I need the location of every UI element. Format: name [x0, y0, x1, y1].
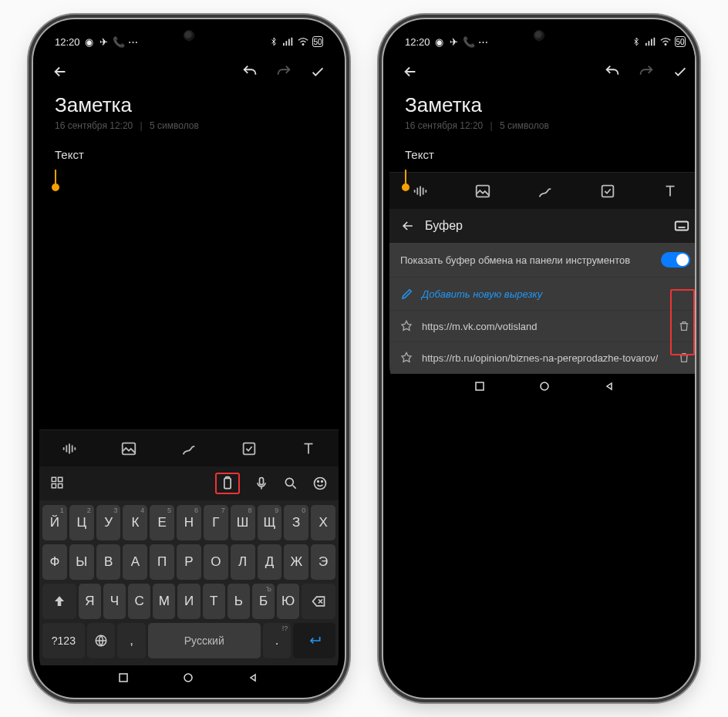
back-icon[interactable] [402, 63, 419, 80]
comma-key[interactable]: , [117, 623, 146, 658]
redo-icon[interactable] [275, 63, 292, 80]
svg-rect-1 [286, 41, 288, 45]
nav-recent-icon[interactable] [475, 382, 486, 392]
keyboard-toggle-icon[interactable] [673, 217, 690, 234]
key-Ц[interactable]: Ц2 [69, 505, 94, 540]
key-Ш[interactable]: Ш8 [231, 505, 255, 540]
checklist-icon[interactable] [241, 440, 258, 457]
clipboard-toggle-label: Показать буфер обмена на панели инструме… [400, 254, 661, 266]
key-Д[interactable]: Д [258, 544, 282, 580]
key-Т[interactable]: Т [203, 584, 225, 619]
key-Н[interactable]: Н6 [177, 505, 201, 540]
image-icon[interactable] [474, 183, 491, 200]
key-Х[interactable]: Х [311, 505, 335, 540]
nav-bar [389, 374, 695, 400]
space-key[interactable]: Русский [148, 623, 261, 658]
delete-icon[interactable] [678, 320, 690, 332]
key-Г[interactable]: Г7 [204, 505, 228, 540]
backspace-key[interactable] [302, 584, 335, 619]
nav-bar [39, 665, 339, 692]
clipboard-button-highlighted[interactable] [215, 473, 240, 494]
delete-icon[interactable] [678, 352, 690, 364]
undo-icon[interactable] [241, 63, 258, 80]
search-icon[interactable] [283, 476, 298, 491]
voice-wave-icon[interactable] [61, 440, 78, 457]
clipboard-panel: Показать буфер обмена на панели инструме… [389, 243, 695, 374]
svg-rect-27 [676, 222, 689, 231]
undo-icon[interactable] [604, 63, 621, 80]
enter-key[interactable] [293, 623, 335, 658]
text-format-icon[interactable] [300, 440, 317, 457]
key-П[interactable]: П [150, 544, 174, 580]
key-У[interactable]: У3 [96, 505, 121, 540]
svg-rect-0 [283, 43, 285, 46]
clipboard-add-row[interactable]: Добавить новую вырезку [389, 278, 695, 311]
key-К[interactable]: К4 [123, 505, 147, 540]
key-Э[interactable]: Э [311, 544, 335, 580]
apps-grid-icon[interactable] [50, 476, 66, 491]
mic-icon[interactable] [254, 476, 269, 491]
note-text: Текст [55, 148, 323, 161]
wifi-icon [298, 36, 308, 47]
note-title[interactable]: Заметка [405, 93, 686, 117]
note-content[interactable]: Текст [389, 137, 695, 172]
svg-rect-28 [476, 382, 484, 390]
draw-icon[interactable] [180, 440, 197, 457]
note-content[interactable]: Текст [39, 137, 339, 429]
key-Р[interactable]: Р [177, 544, 201, 580]
svg-rect-12 [260, 478, 264, 485]
key-Ж[interactable]: Ж [284, 544, 308, 580]
key-Я[interactable]: Я [79, 584, 101, 619]
key-Ю[interactable]: Ю [277, 584, 299, 619]
voice-wave-icon[interactable] [412, 183, 429, 200]
key-Л[interactable]: Л [231, 544, 255, 580]
back-icon[interactable] [52, 63, 69, 80]
pin-icon[interactable] [400, 320, 413, 332]
clipboard-item-text: https://m.vk.com/votisland [422, 321, 538, 332]
redo-icon[interactable] [638, 63, 655, 80]
image-icon[interactable] [120, 440, 137, 457]
symbols-key[interactable]: ?123 [42, 623, 85, 658]
emoji-icon[interactable] [312, 476, 328, 491]
nav-back-icon[interactable] [248, 673, 259, 684]
clipboard-toggle[interactable] [661, 252, 690, 268]
key-Ч[interactable]: Ч [103, 584, 126, 619]
nav-home-icon[interactable] [184, 673, 194, 684]
key-Ь[interactable]: Ь [228, 584, 250, 619]
key-Щ[interactable]: Щ9 [258, 505, 282, 540]
key-О[interactable]: О [204, 544, 228, 580]
nav-home-icon[interactable] [540, 382, 551, 392]
confirm-icon[interactable] [309, 63, 326, 80]
nav-recent-icon[interactable] [119, 673, 130, 684]
svg-rect-3 [292, 38, 293, 46]
signal-icon [645, 36, 656, 47]
svg-rect-10 [59, 484, 62, 488]
nav-back-icon[interactable] [605, 382, 615, 392]
shift-key[interactable] [42, 584, 76, 619]
key-С[interactable]: С [128, 584, 150, 619]
checklist-icon[interactable] [599, 183, 616, 200]
svg-point-29 [541, 382, 548, 390]
key-Б[interactable]: БЪ [252, 584, 275, 619]
clipboard-back-icon[interactable] [400, 218, 416, 234]
clipboard-item[interactable]: https://rb.ru/opinion/biznes-na-pereprod… [389, 342, 695, 374]
key-З[interactable]: З0 [284, 505, 308, 540]
key-И[interactable]: И [177, 584, 200, 619]
text-format-icon[interactable] [662, 183, 679, 200]
key-Й[interactable]: Й1 [42, 505, 67, 540]
key-А[interactable]: А [123, 544, 147, 580]
svg-point-19 [184, 674, 192, 682]
key-М[interactable]: М [153, 584, 175, 619]
period-key[interactable]: .!? [263, 623, 292, 658]
pin-icon[interactable] [400, 352, 413, 364]
key-Ф[interactable]: Ф [42, 544, 67, 580]
draw-icon[interactable] [537, 183, 554, 200]
key-Е[interactable]: Е5 [150, 505, 174, 540]
clipboard-item[interactable]: https://m.vk.com/votisland [389, 311, 695, 342]
note-title[interactable]: Заметка [55, 93, 323, 117]
confirm-icon[interactable] [672, 63, 689, 80]
svg-rect-18 [120, 674, 127, 682]
key-Ы[interactable]: Ы [69, 544, 94, 580]
key-В[interactable]: В [96, 544, 121, 580]
globe-key[interactable] [87, 623, 116, 658]
